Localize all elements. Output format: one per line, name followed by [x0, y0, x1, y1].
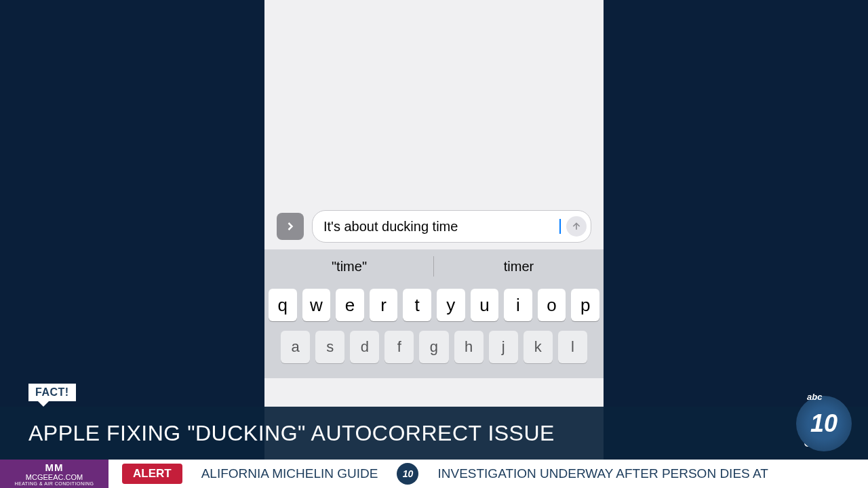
keyboard-row-2: a s d f g h j k l [269, 331, 599, 363]
send-button[interactable] [566, 216, 587, 237]
news-ticker: MM MCGEEAC.COM HEATING & AIR CONDITIONIN… [0, 460, 868, 488]
fact-badge: FACT! [28, 384, 76, 401]
key-e[interactable]: e [336, 289, 364, 321]
key-i[interactable]: i [504, 289, 532, 321]
key-o[interactable]: o [538, 289, 566, 321]
station-logo: abc 10 [796, 396, 852, 451]
message-text-field[interactable]: It's about ducking time [312, 210, 591, 243]
key-h[interactable]: h [454, 331, 484, 363]
key-r[interactable]: r [370, 289, 398, 321]
news-lower-third: APPLE FIXING "DUCKING" AUTOCORRECT ISSUE… [0, 407, 868, 460]
network-text: abc [807, 392, 822, 402]
sponsor-logo: MM [45, 462, 64, 473]
key-u[interactable]: u [471, 289, 499, 321]
ticker-separator-logo: 10 [397, 463, 418, 485]
key-k[interactable]: k [524, 331, 553, 363]
sponsor-tagline: HEATING & AIR CONDITIONING [14, 481, 94, 486]
suggestion-1[interactable]: "time" [264, 249, 434, 283]
key-y[interactable]: y [437, 289, 465, 321]
key-a[interactable]: a [281, 331, 310, 363]
alert-badge: ALERT [122, 464, 182, 484]
key-f[interactable]: f [384, 331, 414, 363]
ticker-item-2: INVESTIGATION UNDERWAY AFTER PERSON DIES… [418, 466, 787, 481]
news-headline: APPLE FIXING "DUCKING" AUTOCORRECT ISSUE [28, 421, 797, 446]
suggestion-2[interactable]: timer [434, 249, 604, 283]
key-t[interactable]: t [403, 289, 431, 321]
typed-text: It's about ducking time [323, 219, 553, 235]
sponsor-block: MM MCGEEAC.COM HEATING & AIR CONDITIONIN… [0, 460, 108, 488]
ios-keyboard: q w e r t y u i o p a s d f g h j k l [264, 283, 604, 378]
text-cursor [559, 219, 561, 234]
key-j[interactable]: j [489, 331, 518, 363]
key-p[interactable]: p [571, 289, 599, 321]
station-number: 10 [810, 409, 837, 438]
sponsor-name: MCGEEAC.COM [26, 473, 83, 481]
ticker-item-1: ALIFORNIA MICHELIN GUIDE [182, 466, 397, 481]
key-d[interactable]: d [350, 331, 379, 363]
message-input-row: It's about ducking time [264, 203, 604, 249]
keyboard-row-1: q w e r t y u i o p [269, 289, 599, 321]
autocorrect-suggestion-bar: "time" timer [264, 249, 604, 283]
expand-apps-button[interactable] [277, 213, 304, 240]
messages-empty-area [264, 0, 604, 203]
key-q[interactable]: q [269, 289, 297, 321]
key-w[interactable]: w [302, 289, 331, 321]
key-s[interactable]: s [315, 331, 344, 363]
key-g[interactable]: g [419, 331, 448, 363]
key-l[interactable]: l [558, 331, 587, 363]
